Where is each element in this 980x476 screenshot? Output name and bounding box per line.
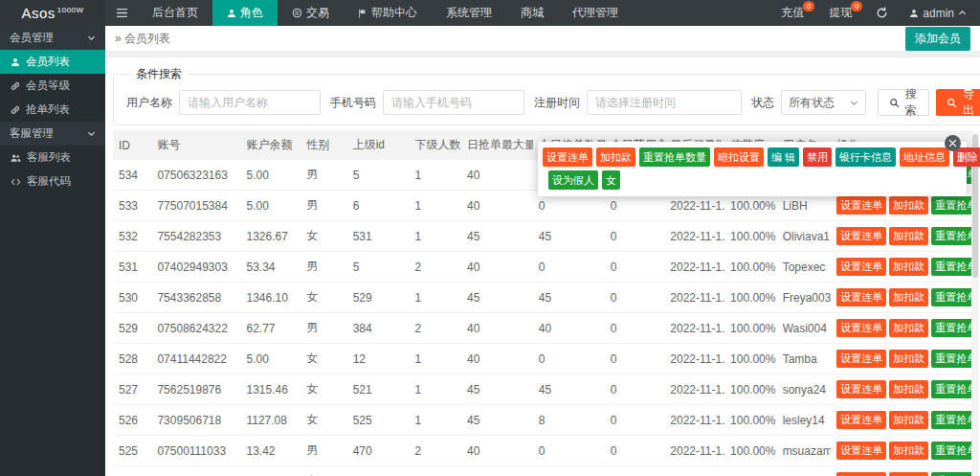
row-action-button[interactable]: 加扣款 — [889, 442, 928, 460]
cell-actions: 设置连单加扣款重置抢单数量... — [831, 313, 972, 344]
row-action-button[interactable]: 设置连单 — [836, 227, 886, 245]
popup-action-button[interactable]: 重置抢单数量 — [639, 147, 710, 167]
popup-action-button[interactable]: 暗扣设置 — [714, 147, 764, 167]
row-action-button[interactable]: 加扣款 — [889, 350, 928, 368]
row-action-button[interactable]: 重置抢单数量 — [931, 288, 972, 306]
cell-subs: 1 — [409, 344, 461, 374]
cell-username: Tamba — [777, 344, 832, 374]
column-header: 上级id — [347, 130, 410, 160]
row-action-button[interactable]: 设置连单 — [836, 196, 886, 215]
row-action-button[interactable]: 加扣款 — [889, 472, 928, 476]
cell-gender: 女 — [301, 221, 347, 252]
sidebar-item-1-2[interactable]: 会员等级 — [0, 74, 105, 98]
row-action-button[interactable]: 设置连单 — [836, 288, 886, 306]
row-action-button[interactable]: 设置连单 — [836, 319, 886, 337]
row-action-button[interactable]: 重置抢单数量 — [931, 227, 972, 245]
search-button[interactable]: 搜 索 — [878, 89, 929, 116]
popup-action-button[interactable]: 编 辑 — [768, 147, 799, 167]
cell-today-commission: 0 — [605, 436, 665, 466]
popup-action-button[interactable]: 删除 — [953, 147, 980, 167]
popup-action-button[interactable]: 地址信息 — [900, 147, 949, 167]
sidebar-item-2-1[interactable]: 客服列表 — [0, 146, 105, 170]
row-action-button[interactable]: 加扣款 — [889, 288, 928, 306]
status-select[interactable]: 所有状态 — [781, 90, 866, 115]
popup-action-button[interactable]: 设为假人 — [548, 170, 598, 190]
row-action-button[interactable]: 重置抢单数量 — [931, 472, 972, 476]
popup-action-button[interactable]: 银行卡信息 — [835, 147, 896, 167]
cell-parent: 5 — [347, 160, 410, 191]
row-action-button[interactable]: 重置抢单数量 — [931, 196, 972, 215]
cell-parent: 6 — [347, 191, 410, 221]
row-action-button[interactable]: 设置连单 — [836, 350, 886, 368]
cell-today-orders: 0 — [533, 252, 605, 283]
row-action-button[interactable]: 加扣款 — [889, 411, 928, 429]
row-action-button[interactable]: 加扣款 — [889, 258, 928, 276]
chevron-down-icon — [87, 34, 96, 42]
user-menu[interactable]: admin — [900, 0, 980, 26]
nav-item-5[interactable]: 系统管理 — [432, 0, 506, 26]
nav-item-7[interactable]: 代理管理 — [558, 0, 633, 26]
exchange-icon — [292, 8, 302, 18]
add-member-button[interactable]: 添加会员 — [905, 27, 970, 51]
cell-gender: 男 — [301, 252, 347, 283]
vertical-scrollbar[interactable] — [971, 132, 979, 476]
close-icon[interactable] — [945, 135, 961, 151]
quick-link-2[interactable]: 提现0 — [816, 0, 864, 26]
row-action-button[interactable]: 重置抢单数量 — [931, 442, 972, 460]
quick-link-label: 充值 — [781, 5, 804, 21]
hamburger-icon[interactable] — [105, 0, 138, 26]
cell-today-commission: 0 — [605, 405, 665, 436]
row-action-button[interactable]: 重置抢单数量 — [931, 380, 972, 398]
nav-item-3[interactable]: 交易 — [278, 0, 344, 26]
popup-action-button[interactable]: 设置连单 — [543, 147, 592, 167]
sidebar-group-1[interactable]: 会员管理 — [0, 26, 105, 50]
cell-username: Oliviava1 — [777, 221, 832, 252]
cell-balance: 1315.46 — [240, 374, 301, 405]
row-action-button[interactable]: 设置连单 — [836, 411, 886, 429]
user-name: admin — [923, 7, 954, 20]
export-button[interactable]: 导 出 — [936, 89, 980, 116]
sidebar-item-1-3[interactable]: 抢单列表 — [0, 98, 105, 122]
breadcrumb-label[interactable]: 会员列表 — [124, 32, 170, 45]
popup-action-button[interactable]: 加扣款 — [596, 147, 635, 167]
link-icon — [11, 81, 20, 91]
row-action-button[interactable]: 设置连单 — [836, 442, 886, 460]
row-action-button[interactable]: 加扣款 — [889, 196, 928, 215]
search-form: 用户名称手机号码注册时间状态所有状态 搜 索 导 出 全部重置 — [123, 89, 980, 116]
cell-last-login: 2022-11-1... — [664, 436, 724, 466]
row-action-button[interactable]: 设置连单 — [836, 472, 886, 476]
table-row: 52775625198761315.46女5211454502022-11-1.… — [113, 374, 972, 405]
cell-today-orders: 0 — [533, 344, 605, 374]
row-action-button[interactable]: 设置连单 — [836, 380, 886, 398]
row-action-button[interactable]: 重置抢单数量 — [931, 319, 972, 337]
popup-action-button[interactable]: 女 — [602, 170, 620, 190]
cell-daily-max: 40 — [461, 252, 533, 283]
sidebar-item-label: 客服列表 — [27, 150, 71, 165]
sidebar-item-2-2[interactable]: 客服代码 — [0, 170, 105, 193]
column-header: 账户余额 — [240, 130, 301, 160]
row-action-button[interactable]: 重置抢单数量 — [931, 411, 972, 429]
cell-balance: 13.42 — [240, 436, 301, 466]
nav-item-6[interactable]: 商城 — [506, 0, 558, 26]
row-action-button[interactable]: 设置连单 — [836, 258, 886, 276]
cell-subs: 1 — [409, 160, 461, 191]
sidebar-item-1-1[interactable]: 会员列表 — [0, 50, 105, 74]
refresh-icon[interactable] — [864, 0, 900, 26]
search-input-1[interactable] — [179, 90, 321, 115]
row-action-button[interactable]: 加扣款 — [889, 227, 928, 245]
cell-gender: 女 — [301, 466, 347, 476]
nav-item-1[interactable]: 后台首页 — [138, 0, 212, 26]
row-action-button[interactable]: 加扣款 — [889, 380, 928, 398]
row-action-button[interactable]: 加扣款 — [889, 319, 928, 337]
nav-item-4[interactable]: 帮助中心 — [344, 0, 432, 26]
quick-link-1[interactable]: 充值0 — [768, 0, 816, 26]
nav-item-2[interactable]: 角色 — [212, 0, 278, 26]
search-input-3[interactable] — [587, 90, 742, 115]
popup-action-button[interactable]: 禁用 — [803, 147, 832, 167]
cell-daily-max: 45 — [461, 466, 533, 476]
search-input-2[interactable] — [383, 90, 524, 115]
sidebar-group-2[interactable]: 客服管理 — [0, 122, 105, 146]
cell-credit: 100.00% — [724, 405, 777, 436]
row-action-button[interactable]: 重置抢单数量 — [931, 350, 972, 368]
row-action-button[interactable]: 重置抢单数量 — [931, 258, 972, 276]
